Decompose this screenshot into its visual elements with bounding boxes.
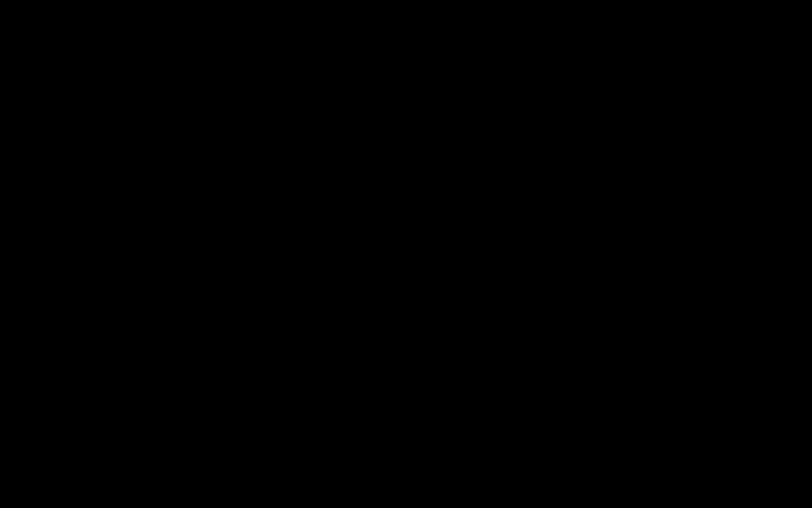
radar-map-scene [0,0,812,508]
radar-composite-screenshot [0,0,812,508]
